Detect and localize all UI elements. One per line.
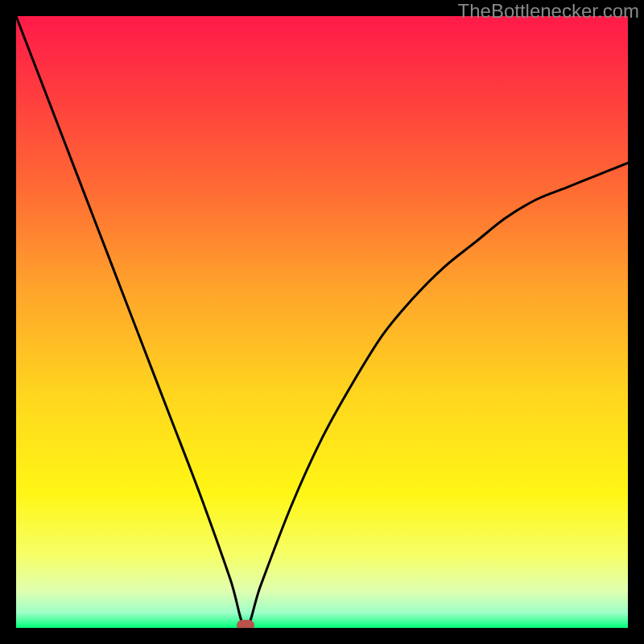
gradient-background [16,16,628,628]
chart-frame [16,16,628,628]
attribution-text: TheBottlenecker.com [458,0,639,23]
min-point-marker [237,620,254,628]
bottleneck-chart [16,16,628,628]
